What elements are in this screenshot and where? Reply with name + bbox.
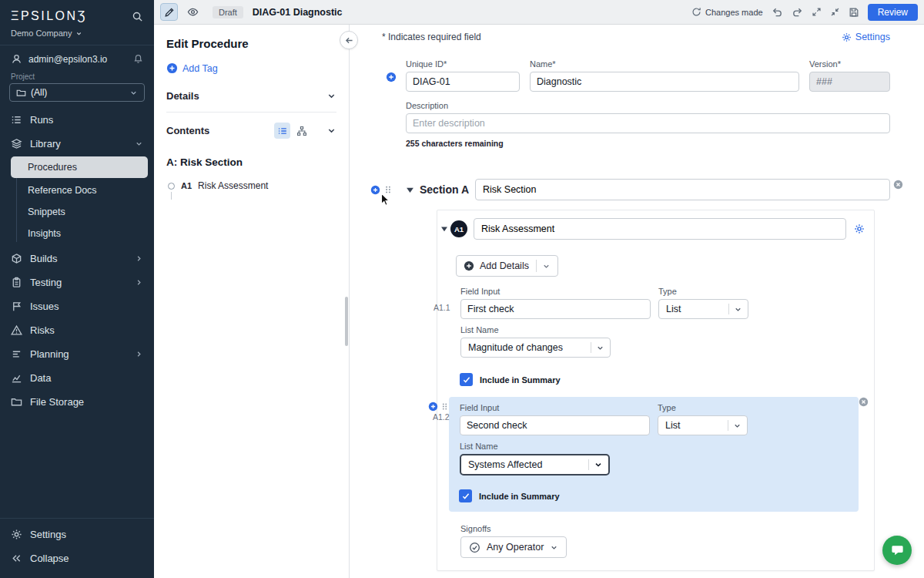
remove-section-button[interactable]	[893, 180, 903, 190]
x-circle-icon	[859, 397, 869, 407]
sidebar-item-file-storage[interactable]: File Storage	[0, 390, 154, 414]
contents-section-header: Contents	[166, 113, 336, 149]
add-tag-button[interactable]: Add Tag	[166, 62, 218, 74]
settings-link[interactable]: Settings	[842, 32, 890, 42]
chat-bubble-icon	[890, 543, 905, 558]
search-icon[interactable]	[132, 11, 143, 22]
sidebar-item-testing[interactable]: Testing	[0, 271, 154, 294]
list-view-button[interactable]	[274, 123, 290, 139]
field-input-label: Field Input	[460, 287, 651, 296]
chevron-down-icon	[129, 89, 138, 97]
add-field-button[interactable]	[428, 402, 438, 412]
field-id: A1.2	[433, 412, 450, 422]
tree-item-a1[interactable]: A1 Risk Assessment	[166, 180, 336, 191]
save-icon-button[interactable]	[849, 7, 859, 18]
unique-id-label: Unique ID*	[406, 59, 520, 69]
sidebar-item-runs[interactable]: Runs	[0, 108, 154, 132]
section-tree-heading[interactable]: A: Risk Section	[166, 156, 336, 168]
list-name-label: List Name	[460, 325, 611, 334]
chevron-down-icon	[734, 305, 742, 314]
list-name-select-focused[interactable]: Systems Affected	[460, 454, 610, 476]
sidebar-item-builds[interactable]: Builds	[0, 247, 154, 271]
sidebar-item-snippets[interactable]: Snippets	[0, 201, 154, 223]
tree-bullet-icon	[168, 183, 175, 190]
redo-button[interactable]	[792, 6, 803, 18]
plus-circle-icon	[428, 402, 438, 412]
project-value: (All)	[31, 87, 125, 98]
sidebar-item-issues[interactable]: Issues	[0, 294, 154, 318]
type-select[interactable]: List	[658, 299, 748, 319]
list-name-label: List Name	[460, 442, 610, 451]
name-input[interactable]	[530, 72, 799, 92]
plus-circle-icon	[370, 185, 380, 195]
bell-icon[interactable]	[133, 54, 143, 64]
add-header-block-button[interactable]	[386, 72, 397, 82]
description-input[interactable]	[406, 113, 890, 133]
company-switcher[interactable]: Demo Company	[0, 26, 154, 45]
expand-button[interactable]	[812, 7, 822, 17]
gear-icon	[854, 223, 865, 234]
sidebar-item-reference-docs[interactable]: Reference Docs	[0, 180, 154, 201]
chat-button[interactable]	[882, 536, 912, 565]
details-section-toggle[interactable]: Details	[166, 80, 336, 113]
tree-view-button[interactable]	[293, 123, 310, 139]
fields-area: A1.1 Field Input Type	[460, 287, 865, 512]
step-body: Add Details A1.1 Fiel	[440, 255, 865, 558]
panel-scrollbar-thumb[interactable]	[345, 297, 348, 346]
sidebar-item-risks[interactable]: Risks	[0, 318, 154, 342]
signoffs-select[interactable]: Any Operator	[460, 536, 567, 558]
check-icon	[461, 492, 470, 501]
add-section-button[interactable]	[370, 185, 380, 195]
sidebar-item-procedures[interactable]: Procedures	[11, 156, 148, 178]
sidebar-item-data[interactable]: Data	[0, 366, 154, 390]
include-summary-checkbox[interactable]	[459, 489, 472, 502]
project-select[interactable]: (All)	[9, 83, 145, 102]
step-name-input[interactable]	[474, 218, 846, 240]
library-sub-list: Procedures Reference Docs Snippets Insig…	[0, 156, 154, 247]
edit-mode-button[interactable]	[160, 3, 178, 21]
procedure-title: DIAG-01 Diagnostic	[253, 7, 343, 18]
drag-handle-icon[interactable]	[383, 184, 393, 195]
field-input[interactable]	[460, 415, 650, 435]
drag-handle-icon[interactable]	[440, 402, 449, 412]
redo-icon	[792, 6, 803, 18]
remove-field-button[interactable]	[859, 397, 869, 407]
undo-button[interactable]	[772, 6, 783, 18]
list-name-select[interactable]: Magnitude of changes	[460, 338, 611, 358]
mouse-cursor	[380, 193, 391, 208]
user-icon	[11, 53, 22, 65]
expand-icon	[812, 7, 822, 17]
step-a1-header: A1	[440, 218, 865, 240]
step-collapse-toggle[interactable]	[440, 225, 448, 233]
required-note: * Indicates required field	[382, 32, 481, 42]
sidebar-item-planning[interactable]: Planning	[0, 342, 154, 366]
sync-icon	[691, 7, 701, 17]
sidebar-item-library[interactable]: Library	[0, 132, 154, 156]
collapse-panel-button[interactable]	[340, 31, 358, 49]
include-summary-checkbox[interactable]	[460, 373, 473, 386]
preview-mode-button[interactable]	[184, 3, 202, 21]
collapse-view-button[interactable]	[830, 7, 840, 17]
section-collapse-toggle[interactable]	[406, 186, 414, 194]
collapse-view-icon	[830, 7, 840, 17]
builds-icon	[11, 253, 22, 264]
chevron-down-icon[interactable]	[326, 126, 336, 136]
unique-id-input[interactable]	[406, 72, 520, 92]
field-input[interactable]	[460, 299, 651, 319]
planning-icon	[11, 348, 22, 360]
sidebar-item-insights[interactable]: Insights	[0, 223, 154, 244]
type-select[interactable]: List	[658, 415, 748, 435]
sidebar-item-settings[interactable]: Settings	[0, 523, 154, 546]
signoffs-label: Signoffs	[460, 524, 865, 533]
section-name-input[interactable]	[475, 179, 890, 200]
testing-icon	[11, 277, 22, 288]
add-details-button[interactable]: Add Details	[456, 255, 558, 277]
sidebar-item-collapse[interactable]: Collapse	[0, 546, 154, 570]
field-block-a1-2-selected: A1.2 Field Input Type	[449, 397, 859, 512]
chars-remaining: 255 characters remaining	[406, 139, 890, 148]
chevron-down-icon	[596, 344, 604, 352]
user-email: admin@epsilon3.io	[28, 54, 127, 65]
step-settings-button[interactable]	[854, 223, 865, 234]
review-button[interactable]: Review	[868, 4, 918, 21]
chevron-right-icon	[135, 278, 143, 287]
